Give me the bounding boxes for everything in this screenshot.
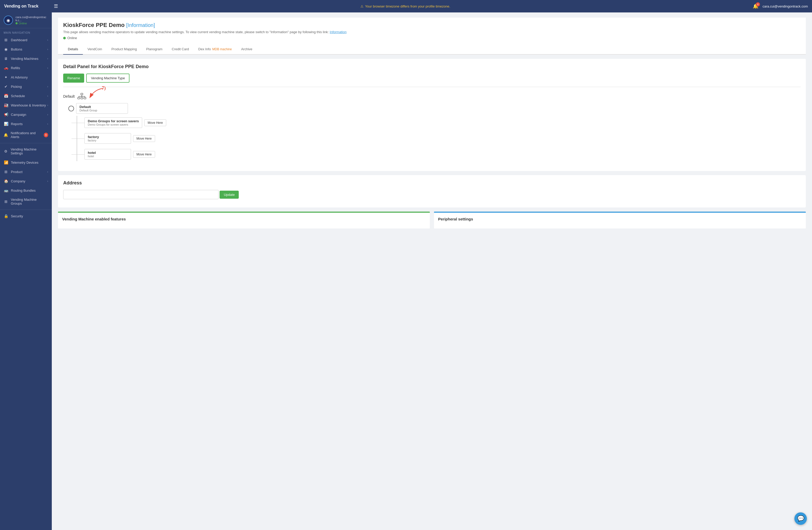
child-1-sub: Demo Groups for screen savers [88, 123, 139, 126]
chevron-icon: › [47, 170, 48, 173]
sidebar-item-buttons[interactable]: ◉Buttons › [0, 45, 52, 54]
sidebar-item-picking[interactable]: ✔Picking › [0, 82, 52, 91]
sidebar-item-refills[interactable]: 🚗Refills › [0, 63, 52, 73]
tree-root: Default Default Group [68, 103, 801, 114]
tree-child-row-1: Demo Groups for screen savers Demo Group… [84, 116, 801, 130]
chevron-icon: › [47, 85, 48, 88]
update-button[interactable]: Update [220, 191, 239, 199]
vending-features-title: Vending Machine enabled features [62, 217, 426, 221]
tree-child-node-2: factory factory [84, 133, 131, 144]
move-here-button-2[interactable]: Move Here [133, 135, 155, 142]
action-buttons: Rename Vending Machine Type [63, 74, 801, 83]
tab-product-mapping[interactable]: Product Mapping [107, 44, 141, 55]
svg-rect-0 [81, 93, 83, 95]
sidebar-item-routing-bundles[interactable]: 🚌Routing Bundles [0, 186, 52, 195]
address-section: Address Update [58, 175, 806, 207]
vending-features-card: Vending Machine enabled features [58, 212, 430, 228]
schedule-icon: 📅 [4, 94, 8, 98]
campaign-icon: 📢 [4, 112, 8, 117]
tree-child-node-3: hotel hotel [84, 149, 131, 160]
tab-archive[interactable]: Archive [236, 44, 257, 55]
page-title: KioskForce PPE Demo [Information] [63, 22, 801, 28]
brand-title: Vending on Track [4, 4, 51, 9]
page-title-link[interactable]: [Information] [126, 22, 155, 28]
child-2-sub: factory [88, 139, 128, 142]
chevron-icon: › [47, 38, 48, 41]
sidebar-user-info: cara.cui@vendingontrack.c... Online [16, 16, 48, 25]
sidebar-item-product[interactable]: ⊞Product › [0, 167, 52, 176]
tab-planogram[interactable]: Planogram [141, 44, 167, 55]
sidebar-item-vending-machine-settings[interactable]: ⚙Vending Machine Settings [0, 145, 52, 158]
tree-root-sub: Default Group [79, 109, 125, 112]
settings-icon: ⚙ [4, 149, 8, 153]
move-here-button-1[interactable]: Move Here [144, 119, 166, 126]
sidebar-item-label: Dashboard [11, 38, 27, 42]
tab-credit-card[interactable]: Credit Card [167, 44, 193, 55]
peripheral-settings-card: Peripheral settings [434, 212, 806, 228]
network-icon [77, 93, 86, 100]
peripheral-settings-title: Peripheral settings [438, 217, 802, 221]
buttons-icon: ◉ [4, 47, 8, 51]
ai-advisory-icon: ✦ [4, 75, 8, 79]
information-link[interactable]: Information [330, 30, 346, 34]
chevron-icon: › [47, 104, 48, 107]
tab-dex-info[interactable]: Dex Info MDB machine [194, 44, 236, 55]
sidebar-item-telemetry-devices[interactable]: 📶Telemetry Devices [0, 158, 52, 167]
sidebar-item-label: Security [11, 214, 23, 218]
sidebar-item-label: Routing Bundles [11, 189, 35, 192]
sidebar-item-warehouse[interactable]: 🏭Warehouse & Inventory › [0, 101, 52, 110]
company-icon: 🏠 [4, 179, 8, 183]
dashboard-icon: ⊞ [4, 38, 8, 42]
reports-icon: 📊 [4, 122, 8, 126]
sidebar-item-company[interactable]: 🏠Company › [0, 176, 52, 186]
vending-machine-type-button[interactable]: Vending Machine Type [86, 74, 129, 83]
sidebar-item-dashboard[interactable]: ⊞Dashboard › [0, 35, 52, 45]
sidebar-item-label: Buttons [11, 47, 22, 51]
sidebar-item-label: Refills [11, 66, 20, 70]
status-dot [63, 37, 66, 39]
sidebar-item-label: Reports [11, 122, 23, 126]
tab-details[interactable]: Details [63, 44, 83, 55]
tree-child-row-2: factory factory Move Here [84, 132, 801, 145]
chat-fab[interactable]: 💬 [794, 512, 807, 525]
sidebar-divider-2 [0, 210, 52, 210]
sidebar-item-reports[interactable]: 📊Reports › [0, 119, 52, 128]
tree-root-node: Default Default Group [76, 103, 128, 114]
sidebar-item-schedule[interactable]: 📅Schedule › [0, 91, 52, 101]
chevron-icon: › [47, 94, 48, 97]
topbar: Vending on Track ☰ ⚠ Your browser timezo… [0, 0, 812, 12]
sidebar-item-label: AI Advisory [11, 75, 28, 79]
sidebar-item-campaign[interactable]: 📢Campaign › [0, 110, 52, 119]
topbar-right: 🔔 8 cara.cui@vendingontrack.com [753, 3, 808, 9]
sidebar-item-notifications[interactable]: 🔔Notifications and Alerts 9 [0, 128, 52, 141]
sidebar-item-label: Schedule [11, 94, 25, 98]
detail-panel-title: Detail Panel for KioskForce PPE Demo [63, 64, 801, 69]
address-input[interactable] [63, 190, 219, 199]
vending-machines-icon: 🖥 [4, 56, 8, 61]
rename-button[interactable]: Rename [63, 74, 84, 83]
sidebar-item-label: Telemetry Devices [11, 161, 38, 164]
svg-rect-1 [78, 97, 80, 99]
bottom-sections: Vending Machine enabled features Periphe… [58, 212, 806, 228]
hamburger-icon[interactable]: ☰ [54, 3, 58, 9]
child-1-name: Demo Groups for screen savers [88, 119, 139, 123]
sidebar-item-ai-advisory[interactable]: ✦AI Advisory [0, 73, 52, 82]
sidebar-divider [0, 143, 52, 143]
security-icon: 🔒 [4, 214, 8, 218]
tab-vendcoin[interactable]: VendCoin [83, 44, 107, 55]
sidebar-item-vending-machine-groups[interactable]: ⊞Vending Machine Groups [0, 195, 52, 208]
sidebar: ◉ cara.cui@vendingontrack.c... Online MA… [0, 12, 52, 530]
sidebar-item-security[interactable]: 🔒Security [0, 211, 52, 221]
chevron-icon: › [47, 57, 48, 60]
svg-rect-2 [81, 97, 83, 99]
notifications-bell[interactable]: 🔔 8 [753, 3, 758, 9]
subtitle-text: This page allows vending machine operato… [63, 30, 329, 34]
sidebar-item-label: Vending Machines [11, 57, 38, 61]
warning-text: Your browser timezone differs from your … [365, 4, 450, 8]
chat-icon: 💬 [797, 515, 804, 522]
sidebar-item-vending-machines[interactable]: 🖥Vending Machines › [0, 54, 52, 63]
move-here-button-3[interactable]: Move Here [133, 151, 155, 158]
tree-child-row-3: hotel hotel Move Here [84, 147, 801, 161]
groups-icon: ⊞ [4, 199, 8, 204]
child-3-sub: hotel [88, 155, 128, 158]
